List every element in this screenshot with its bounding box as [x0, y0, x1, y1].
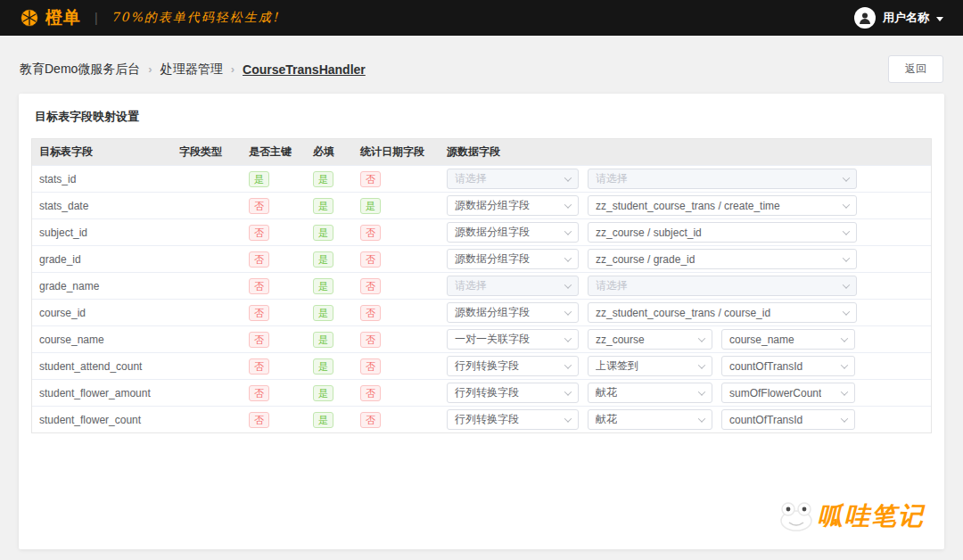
back-button[interactable]: 返回	[888, 55, 943, 83]
chevron-down-icon	[841, 361, 848, 368]
table-row: stats_date否是是源数据分组字段zz_student_course_tr…	[32, 192, 931, 218]
select-dropdown[interactable]: 源数据分组字段	[447, 302, 579, 323]
chevron-down-icon	[564, 201, 572, 208]
select-value: 献花	[596, 412, 617, 427]
stat-date-tag: 否	[360, 412, 381, 428]
avatar	[854, 7, 876, 29]
select-dropdown[interactable]: 源数据分组字段	[447, 249, 579, 269]
select-dropdown[interactable]: 行列转换字段	[447, 383, 579, 403]
column-header: 目标表字段	[32, 144, 172, 160]
chevron-down-icon	[698, 361, 705, 368]
caret-down-icon	[936, 17, 943, 21]
chevron-down-icon	[564, 281, 572, 288]
breadcrumb-separator: ›	[148, 62, 152, 76]
select-dropdown[interactable]: 行列转换字段	[447, 409, 579, 430]
select-dropdown[interactable]: sumOfFlowerCount	[721, 383, 855, 403]
frog-icon	[778, 501, 814, 531]
select-value: 请选择	[596, 171, 628, 186]
breadcrumb-item[interactable]: 教育Demo微服务后台	[20, 62, 140, 78]
required-tag-cell: 是	[306, 171, 353, 187]
select-dropdown: 请选择	[588, 276, 857, 296]
select-value: 行列转换字段	[455, 412, 519, 427]
stat-date-tag: 否	[360, 278, 381, 294]
user-menu[interactable]: 用户名称	[854, 7, 943, 29]
chevron-down-icon	[843, 174, 850, 181]
target-field-name: stats_id	[32, 173, 172, 185]
brand-name: 橙单	[45, 6, 81, 29]
required-tag-cell: 是	[306, 198, 353, 214]
brand-logo[interactable]: 橙单	[20, 6, 81, 29]
select-dropdown[interactable]: 源数据分组字段	[447, 222, 579, 243]
select-dropdown[interactable]: zz_student_course_trans / course_id	[588, 302, 857, 323]
select-value: countOfTransId	[729, 414, 802, 426]
chevron-down-icon	[843, 254, 850, 261]
select-value: 源数据分组字段	[455, 198, 530, 213]
chevron-down-icon	[843, 227, 850, 235]
stat-date-tag: 否	[360, 332, 381, 348]
chevron-down-icon	[698, 334, 705, 342]
select-dropdown[interactable]: 一对一关联字段	[447, 329, 579, 350]
stat-date-tag: 是	[360, 198, 381, 214]
primary-key-tag: 否	[249, 305, 269, 321]
primary-key-tag-cell: 否	[242, 412, 306, 428]
select-dropdown[interactable]: 上课签到	[588, 356, 712, 376]
primary-key-tag: 否	[249, 278, 269, 294]
stat-date-tag-cell: 否	[353, 332, 440, 348]
target-field-name: student_attend_count	[32, 360, 172, 373]
select-dropdown: 请选择	[588, 169, 857, 189]
primary-key-tag-cell: 否	[242, 225, 306, 241]
column-header: 必填	[306, 144, 353, 160]
select-dropdown[interactable]: zz_course	[588, 329, 712, 350]
column-header: 字段类型	[172, 144, 242, 160]
select-dropdown[interactable]: zz_course / subject_id	[588, 222, 857, 243]
required-tag-cell: 是	[306, 385, 353, 401]
stat-date-tag-cell: 否	[353, 385, 440, 401]
breadcrumb-item[interactable]: 处理器管理	[160, 62, 223, 78]
select-dropdown[interactable]: countOfTransId	[721, 409, 855, 430]
select-dropdown: 请选择	[447, 169, 579, 189]
watermark: 呱哇笔记	[778, 499, 925, 533]
select-value: zz_course / subject_id	[596, 226, 702, 239]
stat-date-tag-cell: 否	[353, 305, 440, 321]
topbar: 橙单 | 70%的表单代码轻松生成! 用户名称	[0, 0, 963, 36]
select-dropdown[interactable]: zz_student_course_trans / create_time	[588, 195, 857, 216]
required-tag: 是	[313, 278, 333, 294]
primary-key-tag: 否	[249, 385, 269, 401]
column-header: 源数据字段	[440, 144, 931, 160]
select-value: zz_course / grade_id	[596, 253, 695, 266]
table-row: student_attend_count否是否行列转换字段上课签到countOf…	[32, 352, 931, 379]
target-field-name: grade_id	[32, 253, 172, 266]
source-field-selects: 请选择请选择	[440, 276, 931, 296]
stat-date-tag-cell: 是	[353, 198, 440, 214]
select-value: 一对一关联字段	[455, 332, 530, 347]
stat-date-tag: 否	[360, 225, 381, 241]
user-icon	[858, 11, 872, 25]
primary-key-tag-cell: 否	[242, 305, 306, 321]
table-row: course_id否是否源数据分组字段zz_student_course_tra…	[32, 299, 931, 325]
chevron-down-icon	[698, 388, 705, 395]
select-dropdown[interactable]: zz_course / grade_id	[588, 249, 857, 269]
select-dropdown[interactable]: 行列转换字段	[447, 356, 579, 376]
select-dropdown: 请选择	[447, 276, 579, 296]
select-dropdown[interactable]: course_name	[721, 329, 855, 350]
table-row: student_flower_amount否是否行列转换字段献花sumOfFlo…	[32, 379, 931, 406]
breadcrumb-item[interactable]: CourseTransHandler	[243, 62, 366, 77]
chevron-down-icon	[564, 308, 572, 315]
select-value: zz_student_course_trans / course_id	[596, 307, 770, 319]
source-field-selects: 行列转换字段上课签到countOfTransId	[440, 356, 931, 376]
required-tag: 是	[313, 412, 333, 428]
table-row: stats_id是是否请选择请选择	[32, 165, 931, 192]
primary-key-tag-cell: 否	[242, 251, 306, 268]
breadcrumb-separator: ›	[231, 62, 235, 76]
orange-fruit-icon	[20, 8, 39, 28]
select-dropdown[interactable]: countOfTransId	[721, 356, 855, 376]
select-dropdown[interactable]: 源数据分组字段	[447, 195, 579, 216]
required-tag: 是	[313, 198, 333, 214]
select-dropdown[interactable]: 献花	[588, 383, 712, 403]
select-value: 请选择	[596, 278, 628, 293]
required-tag: 是	[313, 358, 333, 375]
page-header: 教育Demo微服务后台›处理器管理›CourseTransHandler 返回	[0, 36, 963, 94]
select-dropdown[interactable]: 献花	[588, 409, 712, 430]
select-value: 请选择	[455, 278, 487, 293]
required-tag-cell: 是	[306, 358, 353, 375]
